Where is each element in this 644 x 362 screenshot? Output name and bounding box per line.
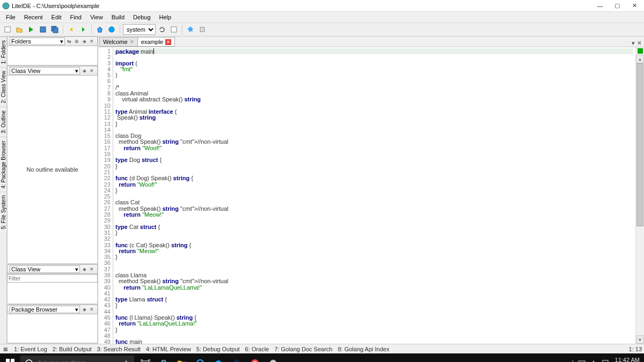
store-icon[interactable]: [156, 353, 172, 362]
save-all-button[interactable]: [49, 24, 60, 35]
classview2-body: [7, 283, 98, 304]
volume-icon[interactable]: [590, 360, 597, 362]
vtab-file-system[interactable]: 5: File System: [0, 191, 6, 232]
settings-icon[interactable]: [229, 353, 245, 362]
run-button[interactable]: [26, 24, 36, 35]
maximize-button[interactable]: ▢: [610, 1, 625, 11]
open-button[interactable]: [14, 24, 25, 35]
menu-view[interactable]: View: [86, 13, 107, 21]
status-debug-output[interactable]: 5: Debug Output: [196, 346, 240, 352]
menu-file[interactable]: File: [2, 13, 19, 21]
clock[interactable]: 11:42 AM 5/21/2016: [613, 357, 640, 362]
code-content[interactable]: package mainimport ( "fmt")/*class Anima…: [113, 47, 635, 344]
home-button[interactable]: [94, 24, 105, 35]
minimize-button[interactable]: —: [592, 1, 608, 11]
svg-point-17: [197, 360, 203, 362]
filter-input[interactable]: [7, 274, 98, 283]
add-icon[interactable]: ⊕: [74, 38, 80, 45]
status-html-preview[interactable]: 4: HTML Preview: [146, 346, 191, 352]
nav-icon[interactable]: ◈: [81, 68, 87, 74]
start-button[interactable]: [0, 353, 20, 362]
edit-env-button[interactable]: [169, 24, 179, 35]
menu-debug[interactable]: Debug: [129, 13, 154, 21]
liteide-task-icon[interactable]: [265, 353, 281, 362]
sync-icon[interactable]: ⇆: [66, 38, 72, 45]
folders-dropdown[interactable]: Folders▾: [10, 38, 65, 45]
close-icon[interactable]: ✕: [130, 39, 134, 45]
cortana-search[interactable]: [20, 356, 134, 362]
close-all-icon[interactable]: ✕: [637, 40, 642, 47]
status-build-output[interactable]: 2: Build Output: [53, 346, 92, 352]
nav-icon[interactable]: ◈: [81, 38, 87, 45]
nav-icon[interactable]: ◈: [81, 306, 87, 313]
svg-rect-1: [5, 27, 10, 32]
pb-body: [7, 314, 98, 343]
vtab-classview[interactable]: 2: Class View: [0, 67, 6, 106]
status-goapi[interactable]: 8: Golang Api Index: [338, 346, 389, 352]
chevron-down-icon[interactable]: ▾: [632, 40, 635, 47]
svg-point-5: [109, 27, 114, 32]
forward-button[interactable]: [78, 24, 89, 35]
classview-dropdown[interactable]: Class View▾: [10, 67, 80, 75]
save-button[interactable]: [38, 24, 48, 35]
menu-find[interactable]: Find: [67, 13, 85, 21]
scroll-down-icon[interactable]: ▼: [636, 335, 644, 344]
build-button[interactable]: [185, 24, 196, 35]
svg-point-12: [26, 360, 32, 362]
pb-dropdown[interactable]: Package Browser▾: [10, 306, 80, 313]
reload-button[interactable]: [157, 24, 167, 35]
vtab-package-browser[interactable]: 4: Package Browser: [0, 137, 6, 192]
search-input[interactable]: [38, 359, 118, 362]
vtab-folders[interactable]: 1: Folders: [0, 36, 6, 67]
classview-panel: Class View▾ ◈ ✕ No outline available: [7, 66, 98, 264]
menu-recent[interactable]: Recent: [20, 13, 47, 21]
scroll-thumb[interactable]: [636, 63, 643, 226]
tray-up-icon[interactable]: ˆ: [572, 360, 574, 362]
menu-build[interactable]: Build: [108, 13, 128, 21]
tab-example[interactable]: example✕: [137, 37, 175, 47]
classview2-dropdown[interactable]: Class View▾: [10, 265, 80, 273]
back-button[interactable]: [66, 24, 77, 35]
web-button[interactable]: [106, 24, 117, 35]
notifications-icon[interactable]: [602, 360, 609, 362]
env-select[interactable]: system: [123, 24, 156, 35]
menu-edit[interactable]: Edit: [48, 13, 65, 21]
close-icon[interactable]: ✕: [89, 68, 95, 74]
grid-icon[interactable]: ▦: [2, 346, 9, 352]
close-button[interactable]: ✕: [627, 1, 642, 11]
cortana-task-icon[interactable]: [192, 353, 208, 362]
edge-icon[interactable]: [210, 353, 226, 362]
code-editor[interactable]: 1234567891011121314151617181920212223242…: [98, 47, 644, 344]
outline-empty-msg: No outline available: [8, 76, 97, 263]
vtab-outline[interactable]: 3: Outline: [0, 107, 6, 137]
status-event-log[interactable]: 1: Event Log: [14, 346, 47, 352]
vertical-scrollbar[interactable]: ▲ ▼: [635, 47, 644, 344]
statusbar: ▦ 1: Event Log 2: Build Output 3: Search…: [0, 344, 644, 353]
close-icon[interactable]: ✕: [89, 38, 95, 45]
stop-button[interactable]: [197, 24, 208, 35]
explorer-icon[interactable]: [174, 353, 190, 362]
menu-help[interactable]: Help: [156, 13, 175, 21]
left-panels: Folders▾ ⇆ ⊕ ◈ ✕ Class View▾ ◈ ✕ No outl…: [7, 36, 98, 344]
chrome-icon[interactable]: [247, 353, 263, 362]
svg-rect-9: [11, 359, 14, 362]
close-icon[interactable]: ✕: [89, 266, 95, 272]
folders-body: [7, 46, 98, 65]
svg-point-0: [3, 3, 9, 9]
status-oracle[interactable]: 6: Oracle: [245, 346, 269, 352]
nav-icon[interactable]: ◈: [81, 266, 87, 272]
editor-area: Welcome✕ example✕ ▾✕ 1234567891011121314…: [98, 36, 644, 344]
svg-rect-8: [6, 359, 10, 362]
close-icon[interactable]: ✕: [89, 306, 95, 313]
close-icon[interactable]: ✕: [165, 39, 171, 45]
mic-icon[interactable]: [122, 359, 130, 362]
windows-taskbar: ˆ 11:42 AM 5/21/2016: [0, 353, 644, 362]
status-search-result[interactable]: 3: Search Result: [97, 346, 141, 352]
network-icon[interactable]: [578, 360, 586, 362]
new-file-button[interactable]: [2, 24, 13, 35]
status-godoc[interactable]: 7: Golang Doc Search: [274, 346, 332, 352]
taskview-icon[interactable]: [137, 353, 153, 362]
scroll-up-icon[interactable]: ▲: [636, 55, 644, 63]
system-tray[interactable]: ˆ 11:42 AM 5/21/2016: [567, 357, 644, 362]
tab-welcome[interactable]: Welcome✕: [99, 37, 138, 47]
